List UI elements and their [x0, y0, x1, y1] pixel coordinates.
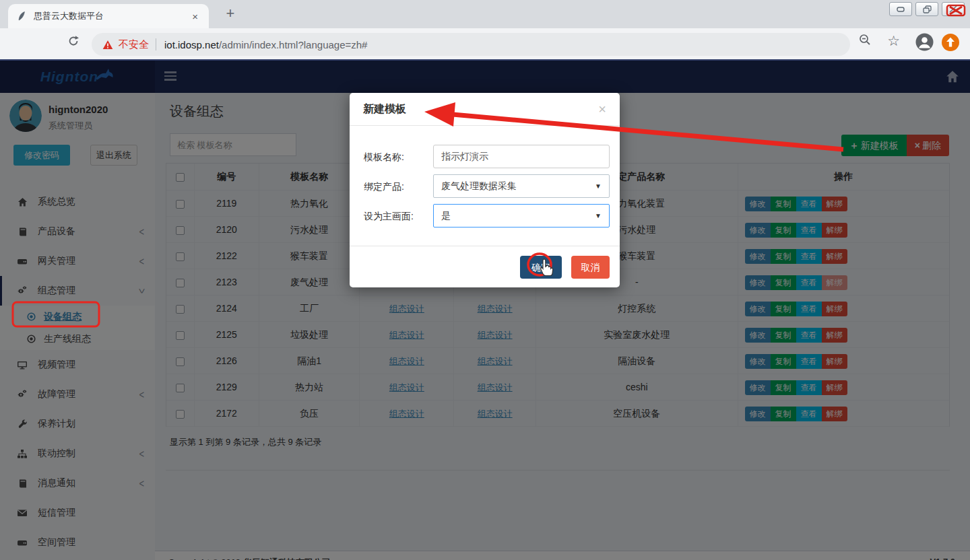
favicon-feather-icon	[16, 11, 27, 22]
cancel-button[interactable]: 取消	[571, 256, 610, 279]
url-bar[interactable]: 不安全 iot.idosp.net/admin/index.html?langu…	[92, 33, 850, 56]
window-minimize-button[interactable]	[889, 2, 912, 16]
browser-tab-strip: 思普云大数据平台 × +	[0, 0, 970, 28]
bind-product-label: 绑定产品:	[364, 181, 404, 193]
template-name-label: 模板名称:	[364, 151, 404, 164]
url-path: /admin/index.html?language=zh#	[219, 39, 368, 50]
bookmark-star-icon[interactable]: ☆	[887, 33, 900, 49]
main-screen-label: 设为主画面:	[364, 211, 414, 223]
url-host: iot.idosp.net	[164, 39, 219, 50]
bind-product-value: 废气处理数据采集	[441, 180, 517, 193]
reload-icon[interactable]	[67, 35, 79, 50]
minimize-icon	[897, 6, 905, 13]
bind-product-select[interactable]: 废气处理数据采集 ▼	[433, 174, 610, 198]
new-template-modal: 新建模板 × 模板名称: 绑定产品: 废气处理数据采集 ▼ 设为主画面: 是 ▼…	[350, 93, 620, 287]
close-icon	[948, 5, 958, 13]
caret-down-icon: ▼	[595, 212, 602, 219]
browser-tab[interactable]: 思普云大数据平台 ×	[8, 4, 209, 28]
window-restore-button[interactable]	[915, 2, 938, 16]
template-name-input[interactable]	[433, 145, 610, 168]
url-separator	[156, 38, 156, 50]
restore-icon	[923, 5, 932, 13]
tab-close-icon[interactable]: ×	[189, 11, 201, 22]
update-icon[interactable]	[941, 33, 960, 52]
zoom-out-icon[interactable]	[858, 33, 872, 46]
main-screen-select[interactable]: 是 ▼	[433, 204, 610, 228]
new-tab-button[interactable]: +	[221, 5, 240, 22]
window-close-button[interactable]	[942, 2, 965, 16]
tab-title: 思普云大数据平台	[34, 10, 189, 22]
security-warning-icon	[102, 40, 113, 50]
confirm-button[interactable]: 确定	[520, 256, 562, 279]
caret-down-icon: ▼	[595, 182, 602, 190]
modal-title: 新建模板	[363, 102, 406, 116]
modal-close-icon[interactable]: ×	[598, 102, 606, 116]
profile-avatar-icon[interactable]	[915, 33, 934, 51]
main-screen-value: 是	[441, 210, 451, 222]
not-secure-label: 不安全	[119, 38, 149, 51]
